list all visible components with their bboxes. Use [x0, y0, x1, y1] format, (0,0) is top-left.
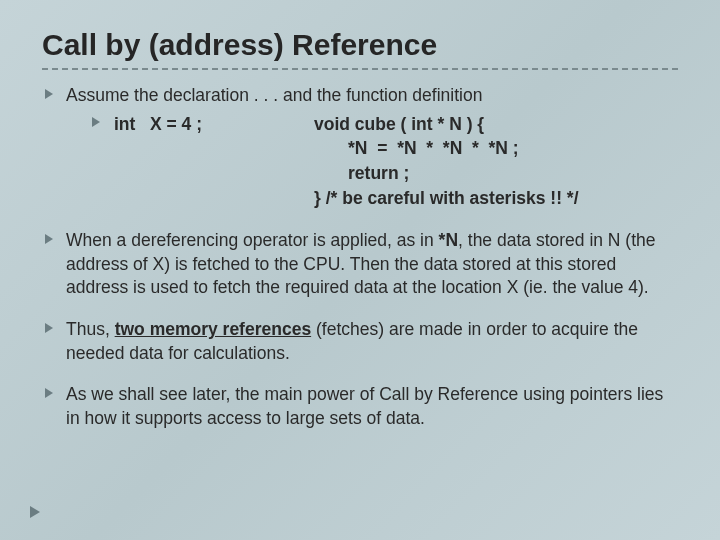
code-block: int X = 4 ; void cube ( int * N ) { *N =…	[114, 112, 678, 211]
bullet-list: Assume the declaration . . . and the fun…	[42, 84, 678, 430]
title-underline	[42, 68, 678, 70]
bullet-3-text-a: Thus,	[66, 319, 115, 339]
bullet-2: When a dereferencing operator is applied…	[42, 229, 678, 300]
bullet-2-text-a: When a dereferencing operator is applied…	[66, 230, 439, 250]
code-line: int X = 4 ; void cube ( int * N ) { *N =…	[66, 112, 678, 211]
slide-title: Call by (address) Reference	[42, 28, 678, 62]
bullet-4: As we shall see later, the main power of…	[42, 383, 678, 430]
func-line-1: void cube ( int * N ) {	[314, 114, 484, 134]
func-line-3: return ;	[314, 163, 409, 183]
code-sub: int X = 4 ; void cube ( int * N ) { *N =…	[66, 112, 678, 211]
corner-bullet-icon	[30, 506, 40, 518]
function-code: void cube ( int * N ) { *N = *N * *N * *…	[314, 112, 579, 211]
bullet-3-underline: two memory references	[115, 319, 311, 339]
bullet-3: Thus, two memory references (fetches) ar…	[42, 318, 678, 365]
func-line-2: *N = *N * *N * *N ;	[314, 138, 519, 158]
func-line-4: } /* be careful with asterisks !! */	[314, 188, 579, 208]
bullet-1-text: Assume the declaration . . . and the fun…	[66, 85, 482, 105]
bullet-1: Assume the declaration . . . and the fun…	[42, 84, 678, 211]
slide: Call by (address) Reference Assume the d…	[0, 0, 720, 540]
bullet-2-starN: *N	[439, 230, 458, 250]
declaration-code: int X = 4 ;	[114, 112, 314, 211]
bullet-4-text: As we shall see later, the main power of…	[66, 384, 663, 428]
